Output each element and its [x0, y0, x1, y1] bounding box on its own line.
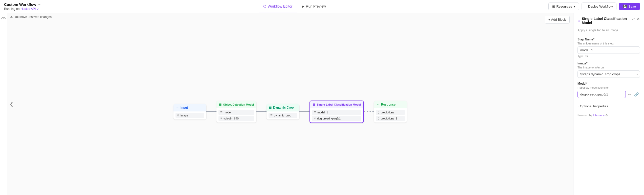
- objdet-icon: ⊞: [219, 103, 221, 106]
- panel-subtitle: Apply a single tag to an image.: [573, 27, 644, 35]
- pred-icon: (): [378, 111, 380, 114]
- warning-icon: ⚠: [10, 15, 13, 19]
- model-hint: Roboflow model identifier: [578, 86, 640, 89]
- node-objdet-body: ☰ model ✳ yolov8n-640: [216, 108, 256, 123]
- deploy-icon: ↑: [585, 5, 587, 8]
- node-response-header: ← Response: [374, 101, 407, 108]
- node-input[interactable]: → Input ⊟ image: [173, 104, 206, 119]
- workflow-icon: ⬡: [263, 4, 266, 8]
- panel-actions: ⤢ ✕: [632, 17, 640, 21]
- model-label: Model*: [578, 82, 640, 85]
- step-name-hint: The unique name of this step.: [578, 42, 640, 45]
- node-objdet-header: ⊞ Object Detection Model: [216, 101, 256, 108]
- node-item: ⊟ image: [175, 113, 204, 118]
- node-input-body: ⊟ image: [173, 111, 206, 119]
- deploy-button[interactable]: ↑ Deploy Workflow: [582, 3, 617, 10]
- dyncrp-item-icon: ☰: [270, 114, 273, 117]
- inference-link[interactable]: Inference: [593, 114, 605, 117]
- hosted-api-status: Running on Hosted API ✓: [4, 7, 40, 11]
- inference-icon: ⚙: [605, 114, 608, 117]
- connector-2: [256, 111, 267, 112]
- node-dyncrp-header: ⊟ Dynamic Crop: [267, 104, 299, 111]
- chevron-down-icon: ▾: [573, 5, 575, 8]
- step-name-section: Step Name* The unique name of this step.…: [573, 35, 644, 59]
- topbar-left: Custom Workflow ✏ Running on Hosted API …: [4, 2, 40, 11]
- workflow-title: Custom Workflow: [4, 2, 36, 7]
- save-icon: 💾: [623, 5, 627, 8]
- node-single-label[interactable]: ⊞ Single-Label Classification Model ☰ mo…: [309, 101, 364, 123]
- left-sidebar: </>: [0, 13, 7, 195]
- code-icon[interactable]: </>: [1, 16, 6, 20]
- topbar-right: ⊞ Resources ▾ ↑ Deploy Workflow 💾 Save: [548, 3, 640, 10]
- panel-expand-button[interactable]: ⤢: [632, 17, 635, 21]
- breed-icon: ✳: [314, 117, 316, 120]
- save-button[interactable]: 💾 Save: [619, 3, 640, 10]
- node-item: ☰ model_1: [312, 110, 361, 115]
- check-icon: ✓: [37, 7, 39, 11]
- model-icon: ☰: [220, 111, 223, 114]
- warning-bar: ⚠ You have unsaved changes.: [10, 15, 52, 19]
- node-response-body: () predictions () predictions_1: [374, 108, 407, 123]
- model-input[interactable]: [578, 91, 626, 98]
- canvas-area: ⚠ You have unsaved changes. + Add Block …: [7, 13, 573, 195]
- node-response[interactable]: ← Response () predictions () predictions…: [374, 101, 407, 123]
- workflow-nodes: → Input ⊟ image ⊞ Object Det: [173, 101, 407, 123]
- image-select-wrap: $steps.dynamic_crop.crops $inputs.image …: [578, 70, 640, 78]
- connector-3: [299, 111, 309, 112]
- node-object-detection[interactable]: ⊞ Object Detection Model ☰ model ✳ yolov…: [216, 101, 256, 123]
- image-icon: ⊟: [177, 114, 179, 117]
- resources-button[interactable]: ⊞ Resources ▾: [548, 3, 579, 10]
- node-singlelabel-header: ⊞ Single-Label Classification Model: [310, 101, 363, 108]
- node-singlelabel-body: ☰ model_1 ✳ dog-breed-xpaq6/1: [310, 108, 363, 123]
- connector-4: [364, 111, 374, 112]
- node-item: ✳ dog-breed-xpaq6/1: [312, 116, 361, 121]
- panel-header: ⊞ Single-Label Classification Model ⤢ ✕: [573, 13, 644, 27]
- main-area: </> ⚠ You have unsaved changes. + Add Bl…: [0, 13, 644, 195]
- pred1-icon: (): [378, 117, 380, 120]
- connector-1: [206, 111, 216, 112]
- right-panel: ⊞ Single-Label Classification Model ⤢ ✕ …: [573, 13, 644, 195]
- node-item: ☰ model: [218, 110, 254, 115]
- node-item: ✳ yolov8n-640: [218, 116, 254, 121]
- chevron-right-icon: ›: [578, 105, 579, 108]
- node-item: () predictions_1: [376, 116, 405, 121]
- workflow-canvas: → Input ⊟ image ⊞ Object Det: [7, 13, 573, 195]
- model-input-row: ✏ 🔗: [578, 91, 640, 98]
- model1-icon: ☰: [314, 111, 316, 114]
- powered-by: Powered by Inference ⚙: [573, 111, 644, 119]
- image-select[interactable]: $steps.dynamic_crop.crops $inputs.image: [578, 70, 640, 78]
- add-block-button[interactable]: + Add Block: [545, 16, 570, 23]
- dyncrp-icon: ⊟: [269, 106, 272, 109]
- model-link-button[interactable]: 🔗: [633, 91, 640, 98]
- tab-workflow-editor[interactable]: ⬡ Workflow Editor: [259, 1, 297, 12]
- node-dyncrp-body: ☰ dynamic_crop: [267, 111, 299, 119]
- topbar: Custom Workflow ✏ Running on Hosted API …: [0, 0, 644, 13]
- node-input-header: → Input: [173, 104, 206, 111]
- topbar-tabs: ⬡ Workflow Editor ▶ Run Preview: [259, 1, 330, 12]
- step-name-input[interactable]: [578, 46, 640, 54]
- optional-properties-toggle[interactable]: › Optional Properties: [573, 101, 644, 111]
- image-label: Image*: [578, 62, 640, 65]
- tab-run-preview[interactable]: ▶ Run Preview: [297, 1, 330, 12]
- play-icon: ▶: [302, 4, 304, 8]
- node-item: ☰ dynamic_crop: [269, 113, 297, 118]
- resources-icon: ⊞: [552, 5, 555, 8]
- response-icon: ←: [376, 103, 380, 106]
- panel-title: ⊞ Single-Label Classification Model: [578, 17, 632, 25]
- singlelabel-icon: ⊞: [313, 103, 315, 106]
- panel-title-icon: ⊞: [578, 19, 580, 23]
- image-section: Image* The image to infer on $steps.dyna…: [573, 59, 644, 79]
- panel-close-button[interactable]: ✕: [637, 17, 640, 21]
- image-hint: The image to infer on: [578, 66, 640, 69]
- step-name-label: Step Name*: [578, 38, 640, 41]
- yolo-icon: ✳: [220, 117, 222, 120]
- step-name-type: Type: str: [578, 55, 640, 58]
- input-arrow-icon: →: [176, 106, 179, 109]
- node-dynamic-crop[interactable]: ⊟ Dynamic Crop ☰ dynamic_crop: [267, 104, 299, 119]
- node-item: () predictions: [376, 110, 405, 115]
- edit-icon[interactable]: ✏: [38, 3, 40, 6]
- hosted-api-link[interactable]: Hosted API: [20, 7, 36, 11]
- model-edit-button[interactable]: ✏: [627, 91, 632, 98]
- model-section: Model* Roboflow model identifier ✏ 🔗: [573, 79, 644, 99]
